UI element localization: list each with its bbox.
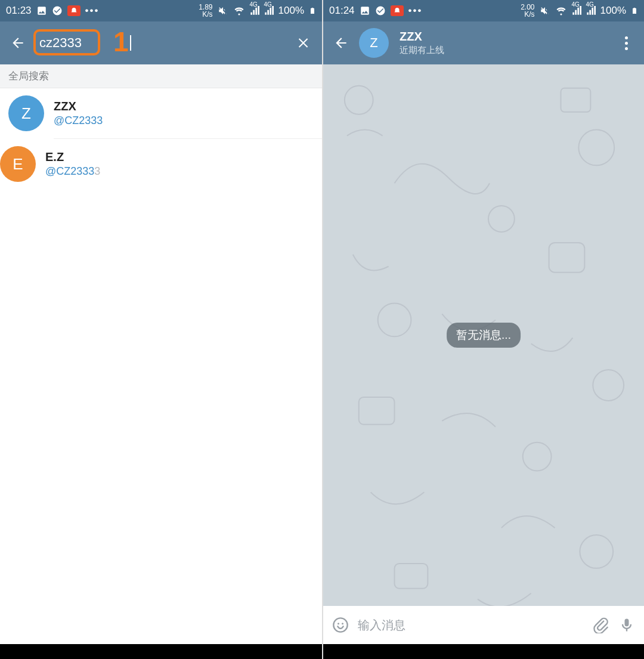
svg-point-11 (580, 535, 613, 568)
attach-button[interactable] (592, 616, 609, 634)
section-header-global: 全局搜索 (0, 64, 322, 88)
android-nav-bar (323, 644, 644, 659)
check-circle-icon (375, 5, 386, 16)
network-speed: 2.00K/s (521, 4, 534, 18)
svg-rect-1 (633, 9, 636, 13)
svg-rect-0 (311, 9, 314, 13)
avatar: E (0, 146, 36, 182)
status-time: 01:24 (329, 5, 355, 17)
svg-point-15 (342, 623, 343, 624)
search-result-item[interactable]: E E.Z @CZ23333 (54, 138, 322, 189)
svg-point-4 (578, 130, 614, 166)
signal-icon-2: 4G (264, 6, 274, 16)
svg-point-7 (378, 304, 411, 337)
annotation-number: 1 (113, 26, 129, 58)
battery-percent: 100% (600, 5, 626, 17)
result-handle: @CZ23333 (45, 165, 100, 178)
chat-title-block[interactable]: ZZX 近期有上线 (400, 30, 608, 56)
back-button[interactable] (7, 32, 29, 54)
search-field-wrap: cz2333 1 (36, 33, 286, 53)
search-result-item[interactable]: Z ZZX @CZ2333 (0, 88, 322, 138)
more-status-icon: ••• (85, 5, 100, 17)
wifi-icon (233, 5, 245, 16)
mute-icon (218, 5, 228, 16)
chat-contact-status: 近期有上线 (400, 45, 608, 56)
network-speed: 1.89K/s (199, 4, 212, 18)
clear-search-button[interactable] (293, 32, 315, 54)
signal-icon-1: 4G (250, 6, 259, 16)
mute-icon (540, 5, 550, 16)
android-nav-bar (0, 644, 322, 659)
svg-rect-9 (359, 397, 395, 425)
image-icon (360, 5, 370, 16)
back-button[interactable] (330, 32, 352, 54)
status-time: 01:23 (6, 5, 32, 17)
svg-point-14 (338, 623, 339, 624)
more-options-button[interactable] (615, 32, 637, 54)
svg-point-13 (333, 618, 347, 632)
search-results-area: 全局搜索 Z ZZX @CZ2333 E E.Z @CZ23333 (0, 64, 322, 644)
check-circle-icon (52, 5, 63, 16)
result-name: ZZX (54, 100, 103, 113)
image-icon (36, 5, 47, 16)
empty-chat-label: 暂无消息... (447, 323, 521, 348)
svg-point-2 (345, 86, 373, 115)
chat-app-bar: Z ZZX 近期有上线 (323, 21, 644, 64)
signal-icon-2: 4G (586, 6, 596, 16)
notification-badge-icon (67, 5, 80, 16)
chat-avatar[interactable]: Z (359, 28, 389, 58)
notification-badge-icon (391, 5, 404, 16)
svg-rect-3 (561, 88, 591, 112)
search-app-bar: cz2333 1 (0, 21, 322, 64)
battery-icon (631, 5, 638, 16)
phone-search-screen: 01:23 ••• 1.89K/s 4G 4G 100% (0, 0, 322, 659)
signal-icon-1: 4G (572, 6, 581, 16)
battery-icon (309, 5, 316, 16)
svg-point-5 (488, 206, 515, 232)
mic-button[interactable] (618, 616, 636, 634)
status-bar: 01:24 ••• 2.00K/s 4G 4G 100% (323, 0, 644, 21)
emoji-button[interactable] (332, 616, 349, 634)
battery-percent: 100% (278, 5, 304, 17)
chat-body[interactable]: 暂无消息... (323, 64, 644, 606)
more-status-icon: ••• (408, 5, 423, 17)
phone-chat-screen: 01:24 ••• 2.00K/s 4G 4G 100% Z (322, 0, 644, 659)
message-input[interactable] (358, 618, 583, 632)
svg-rect-6 (549, 243, 585, 273)
avatar: Z (8, 95, 44, 131)
svg-point-10 (523, 443, 552, 471)
svg-rect-12 (395, 564, 428, 589)
chat-contact-name: ZZX (400, 30, 608, 44)
text-caret (130, 35, 131, 51)
result-handle: @CZ2333 (54, 115, 103, 127)
result-name: E.Z (45, 150, 100, 164)
compose-bar (323, 606, 644, 644)
wifi-icon (555, 5, 567, 16)
status-bar: 01:23 ••• 1.89K/s 4G 4G 100% (0, 0, 322, 21)
svg-point-8 (593, 370, 624, 401)
